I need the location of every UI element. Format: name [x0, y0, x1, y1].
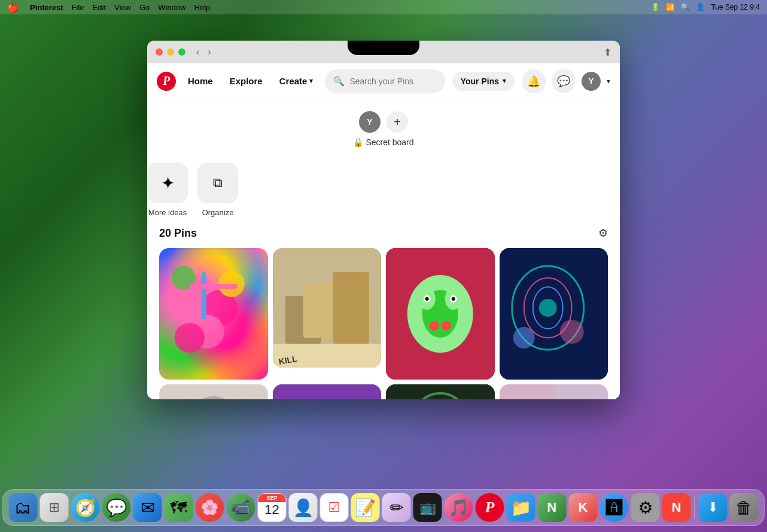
- pin-item[interactable]: [159, 384, 268, 399]
- dock: 🗂 ⊞ 🧭 💬 ✉ 🗺 🌸 📹 SEP 12 👤: [2, 489, 765, 526]
- back-button[interactable]: ‹: [194, 47, 202, 57]
- dock-item-news[interactable]: N: [662, 493, 691, 522]
- menubar-edit[interactable]: Edit: [93, 3, 106, 12]
- svg-point-23: [430, 321, 439, 331]
- appstore-icon: 🅰: [606, 498, 623, 518]
- dock-item-freeform[interactable]: ✏: [382, 493, 411, 522]
- add-to-board-button[interactable]: +: [386, 111, 408, 133]
- facetime-icon: 📹: [230, 498, 251, 518]
- photos-icon: 🌸: [201, 499, 219, 516]
- dock-item-keynote[interactable]: K: [569, 493, 598, 522]
- browser-window: ‹ › Pinterest ⬆ P Home Explore Create ▾ …: [147, 41, 620, 399]
- menubar-file[interactable]: File: [72, 3, 84, 12]
- dock-item-pinterest[interactable]: P: [476, 493, 504, 522]
- dock-item-appletv[interactable]: 📺: [413, 493, 442, 522]
- notes-icon: 📝: [355, 498, 376, 518]
- dock-item-safari[interactable]: 🧭: [71, 493, 100, 522]
- secret-board-label: 🔒 Secret board: [353, 137, 413, 147]
- freeform-icon: ✏: [389, 498, 403, 518]
- camera-notch: [348, 41, 419, 55]
- dock-item-appstore[interactable]: 🅰: [600, 493, 629, 522]
- apple-menu[interactable]: 🍎: [7, 2, 19, 13]
- dock-item-calendar[interactable]: SEP 12: [258, 493, 287, 522]
- organize-label: Organize: [202, 208, 234, 217]
- your-pins-button[interactable]: Your Pins ▾: [452, 72, 515, 91]
- pin-item[interactable]: [159, 248, 268, 380]
- dock-item-contacts[interactable]: 👤: [289, 493, 318, 522]
- dock-item-music[interactable]: 🎵: [445, 493, 473, 522]
- pins-grid: KILL: [159, 248, 608, 399]
- nav-home-link[interactable]: Home: [183, 72, 218, 90]
- svg-point-22: [452, 297, 455, 301]
- maps-icon: 🗺: [171, 498, 187, 518]
- svg-point-3: [175, 323, 205, 353]
- forward-button[interactable]: ›: [205, 47, 213, 57]
- downloads-icon: ⬇: [708, 500, 719, 515]
- menubar-left: 🍎 Pinterest File Edit View Go Window Hel…: [7, 2, 210, 13]
- notifications-button[interactable]: 🔔: [522, 69, 546, 93]
- pins-header: 20 Pins ⚙: [159, 227, 608, 240]
- svg-point-30: [559, 320, 583, 344]
- pin-item[interactable]: ?: [500, 384, 608, 399]
- pin-item[interactable]: [500, 248, 608, 380]
- dock-item-downloads[interactable]: ⬇: [699, 493, 728, 522]
- launchpad-icon: ⊞: [49, 500, 60, 515]
- menubar-view[interactable]: View: [114, 3, 131, 12]
- menubar-control-center-icon[interactable]: 👤: [696, 3, 705, 11]
- safari-icon: 🧭: [75, 498, 96, 518]
- menubar-go[interactable]: Go: [139, 3, 150, 12]
- dock-item-photos[interactable]: 🌸: [196, 493, 224, 522]
- fullscreen-button[interactable]: [178, 48, 185, 56]
- dock-item-numbers[interactable]: N: [538, 493, 567, 522]
- svg-rect-11: [333, 272, 369, 344]
- svg-rect-7: [190, 284, 238, 289]
- pinterest-logo[interactable]: P: [157, 72, 176, 91]
- dock-item-reminders[interactable]: ☑: [320, 493, 349, 522]
- dock-item-files[interactable]: 📁: [507, 493, 535, 522]
- minimize-button[interactable]: [167, 48, 174, 56]
- menubar-wifi-icon: 📶: [666, 3, 675, 11]
- lock-icon: 🔒: [353, 137, 363, 147]
- organize-button[interactable]: ⧉ Organize: [197, 163, 238, 217]
- dock-item-maps[interactable]: 🗺: [165, 493, 193, 522]
- dock-item-notes[interactable]: 📝: [351, 493, 380, 522]
- dock-item-launchpad[interactable]: ⊞: [40, 493, 69, 522]
- pin-item[interactable]: [386, 248, 495, 380]
- messages-icon: 💬: [106, 498, 127, 518]
- menubar-window[interactable]: Window: [158, 3, 185, 12]
- messages-button[interactable]: 💬: [552, 69, 576, 93]
- nav-icons: 🔔 💬 Y ▾: [522, 69, 610, 93]
- menubar-help[interactable]: Help: [194, 3, 211, 12]
- dock-item-messages[interactable]: 💬: [102, 493, 131, 522]
- search-placeholder-text: Search your Pins: [349, 77, 413, 86]
- dock-item-finder[interactable]: 🗂: [9, 493, 38, 522]
- more-ideas-button[interactable]: ✦ More ideas: [147, 163, 188, 217]
- filter-icon[interactable]: ⚙: [598, 227, 608, 240]
- dock-item-mail[interactable]: ✉: [133, 493, 162, 522]
- close-button[interactable]: [156, 48, 163, 56]
- menubar-app-name[interactable]: Pinterest: [30, 3, 63, 12]
- dock-item-trash[interactable]: 🗑: [730, 493, 759, 522]
- user-avatar[interactable]: Y: [582, 72, 601, 91]
- board-user-badge: Y: [359, 111, 381, 133]
- settings-icon: ⚙: [638, 498, 653, 518]
- svg-rect-46: [500, 384, 553, 399]
- pins-count: 20 Pins: [159, 227, 197, 240]
- board-section: Y + 🔒 Secret board: [147, 99, 620, 153]
- profile-chevron-icon[interactable]: ▾: [607, 77, 610, 85]
- pin-item[interactable]: KILL: [273, 248, 382, 368]
- nav-create-button[interactable]: Create ▾: [275, 72, 318, 90]
- pin-item[interactable]: [386, 384, 495, 399]
- contacts-icon: 👤: [293, 498, 314, 518]
- search-input[interactable]: 🔍 Search your Pins: [325, 69, 445, 93]
- menubar-search-icon[interactable]: 🔍: [681, 3, 690, 11]
- pinterest-dock-icon: P: [485, 499, 495, 516]
- share-icon[interactable]: ⬆: [604, 47, 611, 58]
- nav-explore-link[interactable]: Explore: [225, 72, 267, 90]
- add-pin-button[interactable]: +: [273, 384, 382, 399]
- dock-item-settings[interactable]: ⚙: [631, 493, 660, 522]
- traffic-lights: [156, 48, 185, 56]
- dock-item-facetime[interactable]: 📹: [227, 493, 255, 522]
- board-header: Y +: [359, 111, 408, 133]
- menubar-right: 🔋 📶 🔍 👤 Tue Sep 12 9:4: [651, 3, 760, 11]
